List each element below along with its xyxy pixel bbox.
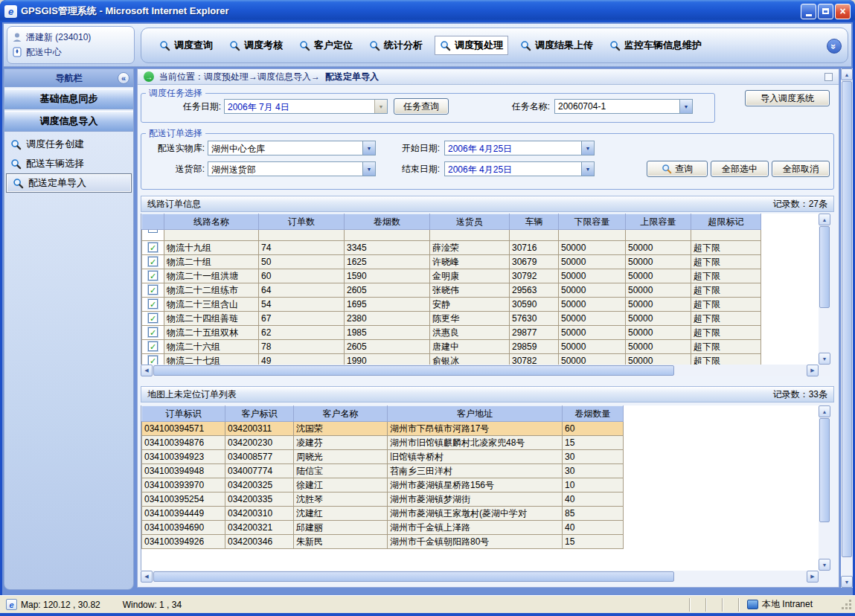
dropdown-arrow-icon[interactable]: ▼ — [679, 100, 692, 113]
row-checkbox[interactable]: ✓ — [148, 327, 158, 337]
scroll-right-icon[interactable]: ▶ — [807, 571, 819, 583]
table-row[interactable]: ✓物流二十三组含山541695安静305905000050000超下限 — [142, 298, 819, 312]
query-button[interactable]: 查询 — [647, 161, 708, 177]
scrollbar-thumb[interactable] — [153, 365, 674, 376]
column-header[interactable]: 卷烟数 — [345, 214, 430, 230]
scrollbar-thumb[interactable] — [819, 418, 830, 522]
table-row[interactable]: ✓物流二十五组双林621985洪惠良298775000050000超下限 — [142, 326, 819, 340]
dropdown-arrow-icon[interactable]: ▼ — [581, 141, 594, 155]
table-row[interactable]: 034100394948034007774陆信宝苕南乡三田洋村30 — [142, 464, 819, 478]
scroll-left-icon[interactable]: ◀ — [141, 571, 153, 583]
column-header[interactable]: 线路名称 — [164, 214, 259, 230]
row-checkbox[interactable]: ✓ — [148, 243, 158, 252]
scrollbar-thumb[interactable] — [842, 81, 852, 557]
minimize-button[interactable] — [801, 4, 816, 19]
scroll-up-icon[interactable]: ▲ — [841, 68, 853, 80]
task-query-button[interactable]: 任务查询 — [394, 98, 449, 115]
sidebar-item-create-dispatch-task[interactable]: 调度任务创建 — [4, 135, 133, 154]
dropdown-arrow-icon[interactable]: ▼ — [374, 100, 387, 113]
unlocated-orders-hscrollbar[interactable]: ◀ ▶ — [141, 571, 819, 583]
scrollbar-thumb[interactable] — [819, 226, 830, 308]
select-all-button[interactable]: 全部选中 — [711, 161, 769, 177]
table-row[interactable]: ✓物流二十一组洪塘601590金明康307925000050000超下限 — [142, 269, 819, 283]
column-header[interactable]: 订单标识 — [142, 406, 225, 422]
scroll-up-icon[interactable]: ▲ — [819, 214, 830, 225]
delivery-dept-combo[interactable]: 湖州送货部 ▼ — [208, 161, 376, 176]
table-row[interactable]: 034100394449034200310沈建红湖州市菱湖镇王家墩村(菱湖中学对… — [142, 507, 819, 521]
title-bar[interactable]: e GPSGIS管理系统 - Microsoft Internet Explor… — [0, 0, 855, 22]
resize-grip[interactable] — [841, 599, 853, 611]
scroll-left-icon[interactable]: ◀ — [141, 365, 153, 376]
nav-item-dispatch-query[interactable]: 调度查询 — [155, 36, 217, 54]
column-header[interactable]: 下限容量 — [559, 214, 626, 230]
start-date-combo[interactable]: 2006年 4月25日 ▼ — [444, 141, 595, 155]
table-row[interactable]: ✓物流十九组743345薛淦荣307165000050000超下限 — [142, 241, 819, 255]
table-cell: 物流二十三组含山 — [164, 298, 259, 312]
row-checkbox[interactable]: ✓ — [148, 299, 158, 309]
nav-item-customer-locate[interactable]: 客户定位 — [295, 36, 357, 54]
task-date-combo[interactable]: 2006年 7月 4日 ▼ — [224, 99, 388, 114]
end-date-combo[interactable]: 2006年 4月25日 ▼ — [444, 161, 595, 176]
route-orders-hscrollbar[interactable]: ◀ ▶ — [141, 365, 819, 376]
content-vscrollbar[interactable]: ▲ ▼ — [841, 68, 853, 588]
row-checkbox[interactable]: ✓ — [148, 285, 158, 295]
collapse-left-icon[interactable]: « — [118, 72, 129, 84]
task-name-combo[interactable]: 20060704-1 ▼ — [554, 99, 693, 114]
table-row[interactable]: ✓物流二十六组782605唐建中298595000050000超下限 — [142, 340, 819, 354]
nav-item-dispatch-result-upload[interactable]: 调度结果上传 — [516, 36, 598, 54]
import-dispatch-system-button[interactable]: 导入调度系统 — [745, 90, 830, 106]
table-row[interactable]: 034100394571034200311沈国荣湖州市下昂镇市河路17号60 — [142, 422, 819, 436]
table-row[interactable]: 034100394923034008577周晓光旧馆镇寺桥村30 — [142, 450, 819, 464]
maximize-button[interactable] — [818, 4, 833, 19]
table-row[interactable]: ✓物流二十二组练市642605张晓伟295635000050000超下限 — [142, 283, 819, 298]
table-row[interactable]: ✓物流二十四组善琏672380陈更华576305000050000超下限 — [142, 312, 819, 326]
scroll-down-icon[interactable]: ▼ — [841, 576, 853, 588]
column-header[interactable]: 超限标记 — [691, 214, 761, 230]
table-row[interactable]: 034100394690034200321邱建丽湖州市千金镇上泽路40 — [142, 521, 819, 535]
sidebar-item-import-delivery-order[interactable]: 配送定单导入 — [6, 173, 132, 193]
row-checkbox[interactable]: ✓ — [148, 257, 158, 266]
panel-collapse-button[interactable] — [824, 73, 833, 81]
nav-item-dispatch-preprocess[interactable]: 调度预处理 — [435, 36, 508, 55]
column-header[interactable]: 上限容量 — [626, 214, 691, 230]
table-row[interactable]: 034100394876034200230凌建芬湖州市旧馆镇麒麟村北凌家兜48号… — [142, 436, 819, 450]
column-header[interactable]: 订单数 — [259, 214, 345, 230]
dropdown-arrow-icon[interactable]: ▼ — [362, 162, 375, 176]
row-checkbox[interactable]: ✓ — [148, 356, 158, 365]
sidebar-group-dispatch-info-import[interactable]: 调度信息导入 — [4, 111, 133, 132]
table-row[interactable]: ✓物流二十组501625许晓峰306795000050000超下限 — [142, 255, 819, 269]
column-header[interactable]: 客户名称 — [294, 406, 388, 422]
scroll-down-icon[interactable]: ▼ — [819, 353, 830, 365]
column-header[interactable]: 卷烟数量 — [563, 406, 624, 422]
close-button[interactable]: × — [835, 4, 851, 19]
clear-all-button[interactable]: 全部取消 — [772, 161, 830, 177]
row-checkbox[interactable]: ✓ — [148, 341, 158, 351]
column-header[interactable]: 客户地址 — [388, 406, 563, 422]
dropdown-arrow-icon[interactable]: ▼ — [362, 141, 375, 155]
scroll-right-icon[interactable]: ▶ — [807, 365, 819, 376]
unlocated-orders-vscrollbar[interactable]: ▲ ▼ — [819, 405, 830, 571]
column-header[interactable]: 客户标识 — [225, 406, 294, 422]
row-checkbox[interactable]: ✓ — [148, 313, 158, 323]
scroll-down-icon[interactable]: ▼ — [819, 559, 830, 571]
sidebar-item-select-delivery-vehicle[interactable]: 配送车辆选择 — [4, 154, 133, 173]
table-cell: 50000 — [559, 354, 626, 365]
nav-item-stats-analysis[interactable]: 统计分析 — [365, 36, 427, 54]
scroll-up-icon[interactable]: ▲ — [819, 405, 830, 417]
column-header[interactable]: 车辆 — [510, 214, 559, 230]
table-row[interactable]: ✓物流二十七组491990俞银冰307825000050000超下限 — [142, 354, 819, 365]
table-row[interactable]: 034100395254034200335沈胜琴湖州市菱湖镇梦湖街40 — [142, 493, 819, 507]
dropdown-arrow-icon[interactable]: ▼ — [581, 162, 594, 176]
table-row[interactable]: 034100393970034200325徐建江湖州市菱湖镇星桥路156号10 — [142, 478, 819, 493]
sidebar-group-base-info-sync[interactable]: 基础信息同步 — [4, 89, 133, 109]
column-header[interactable]: 送货员 — [430, 214, 510, 230]
nav-item-vehicle-info-maintain[interactable]: 监控车辆信息维护 — [605, 36, 706, 54]
table-cell: 30590 — [510, 298, 559, 312]
warehouse-combo[interactable]: 湖州中心仓库 ▼ — [208, 141, 376, 155]
chevrons-down-icon[interactable]: » — [827, 39, 842, 54]
route-orders-vscrollbar[interactable]: ▲ ▼ — [819, 214, 830, 365]
scrollbar-thumb[interactable] — [153, 571, 674, 582]
row-checkbox[interactable]: ✓ — [148, 271, 158, 280]
nav-item-dispatch-assess[interactable]: 调度考核 — [225, 36, 287, 54]
table-row[interactable]: 034100394926034200346朱新民湖州市千金镇朝阳路80号15 — [142, 535, 819, 549]
